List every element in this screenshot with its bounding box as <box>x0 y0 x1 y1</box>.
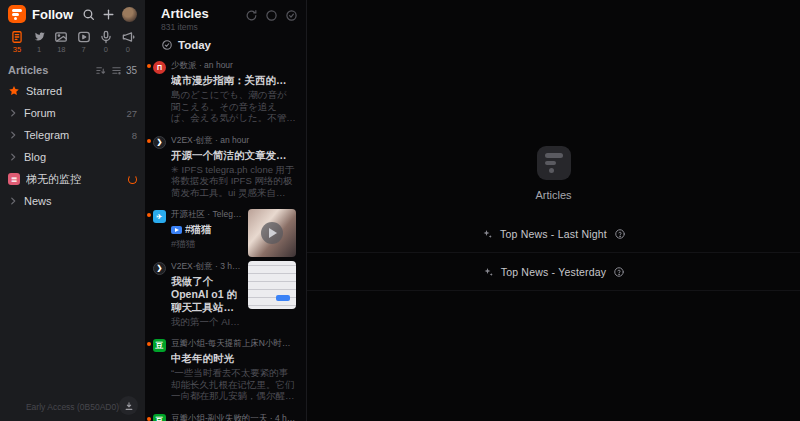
sidebar: Follow 35 1 18 7 <box>0 0 145 421</box>
separator: · <box>199 60 202 70</box>
feed-label: News <box>24 195 137 207</box>
feed-label: Forum <box>24 107 120 119</box>
tab-articles[interactable]: 35 <box>10 30 24 54</box>
unread-dot-icon <box>147 213 151 217</box>
article-title: 中老年的时光 <box>171 352 296 365</box>
unread-dot-icon <box>147 342 151 346</box>
tab-pictures[interactable]: 18 <box>54 30 68 54</box>
feed-count: 27 <box>126 108 137 119</box>
unread-dot-icon <box>147 417 151 421</box>
download-icon <box>124 401 134 411</box>
sidebar-item-starred[interactable]: Starred <box>0 80 145 102</box>
report-label: Top News - Yesterday <box>501 266 607 278</box>
sparkles-icon <box>481 228 493 240</box>
video-thumbnail <box>248 209 296 257</box>
sidebar-actions <box>82 7 137 22</box>
article-icon <box>10 30 24 44</box>
check-circle-icon[interactable] <box>285 9 298 22</box>
report-label: Top News - Last Night <box>500 228 607 240</box>
search-icon[interactable] <box>82 8 95 21</box>
tab-social[interactable]: 1 <box>32 30 46 54</box>
twitter-icon <box>32 30 46 44</box>
help-circle-icon[interactable] <box>613 266 625 278</box>
main-panel: Articles Top News - Last Night Top News … <box>307 0 800 421</box>
article-preview: 我的第一个 AI 聊天站上... <box>171 316 242 328</box>
sidebar-item-news[interactable]: News <box>0 190 145 212</box>
feed-avatar-douban <box>153 339 166 352</box>
article-title: 城市漫步指南：关西的夏日重现 <box>171 74 296 87</box>
section-unread-count: 35 <box>126 65 137 76</box>
app-title: Follow <box>32 7 76 22</box>
sidebar-footer: Early Access (0B50AD0) <box>0 393 145 421</box>
tab-audio[interactable]: 0 <box>99 30 113 54</box>
separator: · <box>215 261 218 271</box>
megaphone-icon <box>121 30 135 44</box>
screenshot-thumbnail <box>248 261 296 309</box>
video-icon <box>77 30 91 44</box>
refresh-icon[interactable] <box>245 9 258 22</box>
sidebar-item-forum[interactable]: Forum 27 <box>0 102 145 124</box>
empty-state-label: Articles <box>535 189 571 201</box>
download-button[interactable] <box>119 396 138 415</box>
sidebar-item-blog[interactable]: Blog <box>0 146 145 168</box>
unread-dot-icon <box>147 64 151 68</box>
article-source: 开源社区 · Telegram... <box>171 209 242 219</box>
image-icon <box>54 30 68 44</box>
article-item[interactable]: 豆瓣小组-副业失败的一天 · 4 hours 开了一单，赚500 开心！这个月第… <box>145 408 306 421</box>
sort-icon[interactable] <box>95 65 106 76</box>
sidebar-item-monitor-feed[interactable]: ≣ 梯无的监控 <box>0 168 145 190</box>
article-time: an hour <box>204 60 233 70</box>
separator: · <box>215 135 218 145</box>
list-header: Articles 831 items <box>145 0 306 34</box>
chevron-right-icon <box>8 108 18 118</box>
user-avatar[interactable] <box>122 7 137 22</box>
tab-count: 35 <box>13 45 21 54</box>
article-title: 开源一个简洁的文章发布平台 <box>171 149 296 162</box>
chevron-right-icon <box>8 152 18 162</box>
feed-avatar-telegram <box>153 210 166 223</box>
tab-count: 7 <box>81 45 85 54</box>
group-icon[interactable] <box>111 65 122 76</box>
feed-label: Blog <box>24 151 137 163</box>
sidebar-item-telegram[interactable]: Telegram 8 <box>0 124 145 146</box>
list-title: Articles <box>161 6 245 21</box>
feed-avatar-douban <box>153 414 166 421</box>
article-time: an hour <box>220 135 249 145</box>
article-item[interactable]: 少数派 · an hour 城市漫步指南：关西的夏日重现 島のどこにでも、潮の音… <box>145 55 306 130</box>
list-item-count: 831 items <box>161 22 245 32</box>
feed-avatar-v2ex <box>153 262 166 275</box>
daily-report-yesterday[interactable]: Top News - Yesterday <box>307 253 800 291</box>
feed-label: Starred <box>26 85 137 97</box>
article-item[interactable]: 开源社区 · Telegram... · 2 hours #猫猫 #猫猫 <box>145 204 306 256</box>
plus-icon[interactable] <box>102 8 115 21</box>
feed-label: 梯无的监控 <box>26 172 122 187</box>
article-item[interactable]: V2EX·创意 · 3 hours 我做了个 OpenAI o1 的聊天工具站，… <box>145 256 306 334</box>
feed-avatar-sspai <box>153 61 166 74</box>
tab-videos[interactable]: 7 <box>77 30 91 54</box>
daily-report-last-night[interactable]: Top News - Last Night <box>307 215 800 253</box>
article-preview: “一些当时看去不太要紧的事却能长久扎根在记忆里。它们一向都在那儿安躺，偶尔醒一下… <box>171 367 296 402</box>
section-label: Today <box>178 39 211 51</box>
section-title: Articles <box>8 64 95 76</box>
article-rows: 少数派 · an hour 城市漫步指南：关西的夏日重现 島のどこにでも、潮の音… <box>145 55 306 421</box>
feed-count: 8 <box>132 130 137 141</box>
article-preview: 島のどこにでも、潮の音が聞こえる。その音を追えば、会える気がした。不管在岛的哪里… <box>171 89 296 124</box>
today-section-header[interactable]: Today <box>145 34 306 55</box>
feed-avatar: ≣ <box>8 173 20 185</box>
help-circle-icon[interactable] <box>614 228 626 240</box>
sidebar-header: Follow <box>0 0 145 27</box>
circle-icon[interactable] <box>265 9 278 22</box>
article-source: V2EX·创意 <box>171 135 213 145</box>
feed-avatar-v2ex <box>153 136 166 149</box>
tab-notifications[interactable]: 0 <box>121 30 135 54</box>
sparkles-icon <box>482 266 494 278</box>
chevron-right-icon <box>8 196 18 206</box>
article-time: 3 hours <box>220 261 242 271</box>
article-item[interactable]: V2EX·创意 · an hour 开源一个简洁的文章发布平台 ✳ IPFS t… <box>145 130 306 205</box>
article-source: 少数派 <box>171 60 197 70</box>
article-item[interactable]: 豆瓣小组-每天提前上床N小时我们一起捡... · 3 hours 中老年的时光 … <box>145 333 306 408</box>
article-source: V2EX·创意 <box>171 261 213 271</box>
article-title: 我做了个 OpenAI o1 的聊天工具站，给大家免费试用 <box>171 275 242 314</box>
star-icon <box>8 85 20 97</box>
follow-logo-icon <box>537 146 571 180</box>
